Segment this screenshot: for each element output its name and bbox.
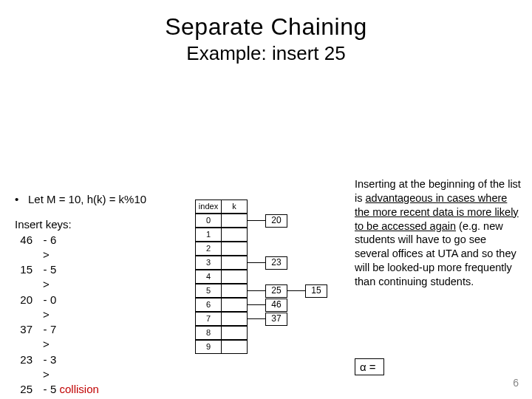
chain-node: 20: [265, 214, 287, 228]
table-row: 9: [196, 340, 327, 354]
key-value: 23: [15, 352, 33, 383]
chain-connector: [248, 220, 265, 221]
alpha-box: α =: [355, 358, 384, 375]
table-header-row: index k: [196, 200, 327, 214]
k-cell: [221, 326, 248, 340]
explanation-text: Inserting at the beginning of the list i…: [355, 177, 521, 289]
k-cell: [221, 256, 248, 270]
k-cell: [221, 214, 248, 228]
key-arrow: ->: [41, 322, 49, 352]
index-cell: 1: [195, 228, 222, 242]
key-arrow: ->: [41, 293, 49, 323]
chain-connector: [248, 318, 265, 319]
key-arrow: ->: [41, 352, 49, 383]
key-hash: 6: [50, 233, 185, 263]
key-arrow: ->: [41, 262, 49, 293]
key-value: 25: [15, 382, 33, 399]
insert-keys-label: Insert keys:: [15, 217, 185, 232]
table-row: 2: [196, 242, 327, 256]
chain-link: 25: [248, 284, 287, 298]
key-arrow: ->: [41, 382, 49, 399]
key-hash: 7: [50, 322, 185, 352]
chain-link: 37: [248, 313, 287, 326]
chain-connector: [287, 290, 305, 291]
index-cell: 8: [195, 326, 222, 340]
chain-node: 37: [265, 313, 287, 326]
key-value: 46: [15, 233, 33, 263]
key-hash: 5: [50, 262, 185, 293]
insert-keys-block: Insert keys: 46 ->615 ->520 ->037 ->723 …: [15, 217, 185, 399]
collision-label: collision: [60, 383, 99, 395]
table-row: 1: [196, 228, 327, 242]
index-cell: 0: [195, 214, 222, 228]
key-hash: 5 collision: [50, 382, 185, 399]
k-cell: [221, 284, 248, 298]
chain-link: 15: [287, 284, 327, 298]
hash-table: index k 0201232345251564673789: [196, 200, 327, 354]
header-k: k: [221, 200, 248, 214]
bullet-dot: •: [15, 192, 28, 207]
table-row: 646: [196, 298, 327, 312]
k-cell: [221, 340, 248, 354]
chain-node: 25: [265, 284, 287, 298]
table-row: 8: [196, 326, 327, 340]
chain-link: 46: [248, 299, 287, 312]
chain-link: 20: [248, 214, 287, 228]
page-number: 6: [513, 377, 519, 389]
key-value: 37: [15, 322, 33, 352]
table-row: 020: [196, 214, 327, 228]
chain-node: 23: [265, 256, 287, 270]
key-arrow: ->: [41, 233, 49, 263]
k-cell: [221, 298, 248, 312]
table-row: 323: [196, 256, 327, 270]
bullet-text: Let M = 10, h(k) = k%10: [28, 192, 146, 207]
chain-connector: [248, 290, 265, 291]
k-cell: [221, 242, 248, 256]
k-cell: [221, 228, 248, 242]
table-row: 52515: [196, 284, 327, 298]
left-column: • Let M = 10, h(k) = k%10 Insert keys: 4…: [15, 192, 185, 399]
chain-node: 46: [265, 299, 287, 312]
index-cell: 5: [195, 284, 222, 298]
index-cell: 3: [195, 256, 222, 270]
index-cell: 4: [195, 270, 222, 284]
key-hash: 3: [50, 352, 185, 383]
key-value: 20: [15, 293, 33, 323]
header-index: index: [195, 200, 222, 214]
chain-link: 23: [248, 256, 287, 270]
index-cell: 6: [195, 298, 222, 312]
key-list: 46 ->615 ->520 ->037 ->723 ->325 ->5 col…: [15, 233, 185, 400]
chain-connector: [248, 304, 265, 305]
index-cell: 9: [195, 340, 222, 354]
chain-connector: [248, 262, 265, 263]
table-row: 737: [196, 312, 327, 326]
key-hash: 0: [50, 293, 185, 323]
slide-subtitle: Example: insert 25: [0, 42, 532, 65]
key-value: 15: [15, 262, 33, 293]
k-cell: [221, 312, 248, 326]
bullet-line: • Let M = 10, h(k) = k%10: [15, 192, 185, 207]
k-cell: [221, 270, 248, 284]
table-row: 4: [196, 270, 327, 284]
index-cell: 2: [195, 242, 222, 256]
slide-title: Separate Chaining: [0, 13, 532, 41]
chain-node: 15: [305, 284, 327, 298]
index-cell: 7: [195, 312, 222, 326]
